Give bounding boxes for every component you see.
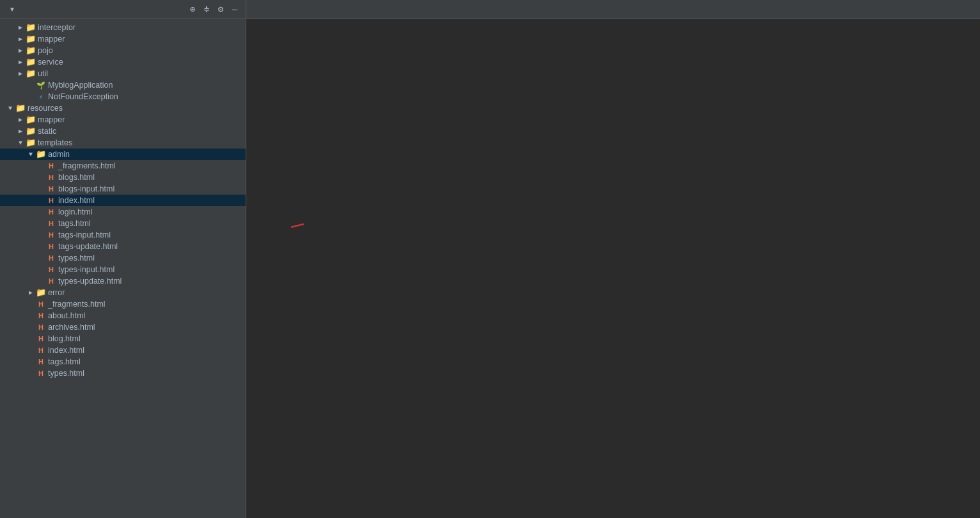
html-file-icon: H (36, 334, 46, 344)
tree-item-index2.html[interactable]: Hindex.html (0, 344, 246, 356)
html-file-icon: H (46, 264, 56, 275)
tree-item-error[interactable]: 📁error (0, 287, 246, 298)
tree-item-static[interactable]: 📁static (0, 125, 246, 137)
file-tree: 📁interceptor📁mapper📁pojo📁service📁util🌱My… (0, 19, 246, 382)
folder-arrow-closed[interactable] (15, 22, 26, 33)
folder-icon: 📁 (26, 34, 36, 44)
tree-label: tags-update.html (58, 242, 118, 251)
tree-item-types-update.html[interactable]: Htypes-update.html (0, 275, 246, 287)
tree-label: MyblogApplication (48, 81, 113, 90)
folder-arrow-open[interactable] (5, 103, 15, 113)
html-file-icon: H (46, 230, 56, 240)
html-file-icon: H (46, 172, 56, 182)
code-wrapper (291, 19, 980, 518)
folder-arrow-closed[interactable] (15, 115, 26, 125)
folder-icon: 📁 (36, 149, 46, 159)
tree-label: index.html (58, 196, 95, 205)
folder-icon: 📁 (26, 115, 36, 125)
tree-label: service (38, 58, 63, 67)
html-file-icon: H (36, 299, 46, 309)
folder-icon: 📁 (36, 287, 46, 298)
folder-arrow-closed[interactable] (15, 45, 26, 56)
tree-item-MyblogApplication[interactable]: 🌱MyblogApplication (0, 79, 246, 91)
folder-arrow-closed[interactable] (15, 69, 26, 79)
tree-label: interceptor (38, 23, 75, 32)
tree-item-pojo[interactable]: 📁pojo (0, 45, 246, 56)
main-area (246, 0, 980, 518)
folder-arrow-closed[interactable] (15, 57, 26, 67)
html-file-icon: H (46, 207, 56, 217)
tree-item-_fragments2.html[interactable]: H_fragments.html (0, 298, 246, 310)
tree-label: _fragments.html (48, 300, 106, 309)
tree-item-templates[interactable]: 📁templates (0, 137, 246, 149)
tree-item-index.html[interactable]: Hindex.html (0, 195, 246, 206)
tree-label: admin (48, 150, 70, 159)
tree-label: about.html (48, 311, 85, 320)
tree-item-interceptor[interactable]: 📁interceptor (0, 22, 246, 33)
tree-label: index.html (48, 346, 84, 355)
tree-item-about.html[interactable]: Habout.html (0, 310, 246, 321)
tree-label: _fragments.html (58, 161, 116, 170)
tree-item-blogs.html[interactable]: Hblogs.html (0, 172, 246, 183)
collapse-all-icon[interactable]: ≑ (201, 4, 212, 15)
tree-label: types-input.html (58, 265, 115, 274)
tree-item-blog.html[interactable]: Hblog.html (0, 333, 246, 344)
tree-label: templates (38, 138, 72, 147)
tree-item-tags-update.html[interactable]: Htags-update.html (0, 241, 246, 252)
tree-item-NotFoundException[interactable]: ⚡NotFoundException (0, 91, 246, 102)
sidebar-header: ▼ ⊕ ≑ ⚙ — (0, 0, 246, 19)
tree-item-util[interactable]: 📁util (0, 68, 246, 79)
folder-arrow-open[interactable] (15, 138, 26, 148)
gutter (278, 19, 291, 518)
html-file-icon: H (46, 184, 56, 194)
folder-icon: 📁 (26, 57, 36, 67)
tree-label: static (38, 127, 56, 136)
tree-label: blogs.html (58, 173, 95, 182)
tree-label: tags.html (58, 219, 91, 228)
html-file-icon: H (46, 241, 56, 252)
tab-bar (246, 0, 980, 19)
tree-label: login.html (58, 207, 93, 216)
tree-label: mapper (38, 35, 65, 44)
tree-item-resources[interactable]: 📁resources (0, 102, 246, 114)
tree-item-login.html[interactable]: Hlogin.html (0, 206, 246, 218)
tree-item-blogs-input.html[interactable]: Hblogs-input.html (0, 183, 246, 195)
tree-item-mapper2[interactable]: 📁mapper (0, 114, 246, 125)
html-file-icon: H (36, 357, 46, 367)
folder-icon: 📁 (15, 103, 26, 113)
locate-file-icon[interactable]: ⊕ (187, 4, 198, 15)
folder-icon: 📁 (26, 22, 36, 33)
tree-label: error (48, 288, 65, 297)
tree-item-admin[interactable]: 📁admin (0, 149, 246, 160)
folder-arrow-closed[interactable] (15, 126, 26, 136)
tree-item-types2.html[interactable]: Htypes.html (0, 368, 246, 379)
line-numbers (246, 19, 278, 518)
tree-item-tags2.html[interactable]: Htags.html (0, 356, 246, 368)
tree-item-tags.html[interactable]: Htags.html (0, 218, 246, 229)
folder-arrow-closed[interactable] (26, 287, 36, 298)
tree-label: tags.html (48, 357, 81, 366)
tree-item-types-input.html[interactable]: Htypes-input.html (0, 264, 246, 275)
folder-icon: 📁 (26, 126, 36, 136)
tree-label: tags-input.html (58, 231, 111, 239)
html-file-icon: H (46, 253, 56, 263)
tree-item-_fragments.html[interactable]: H_fragments.html (0, 160, 246, 172)
tree-item-types.html[interactable]: Htypes.html (0, 252, 246, 264)
folder-arrow-closed[interactable] (15, 34, 26, 44)
sidebar-dropdown-icon[interactable]: ▼ (9, 6, 15, 13)
tree-item-archives.html[interactable]: Harchives.html (0, 321, 246, 333)
hide-sidebar-icon[interactable]: — (229, 4, 241, 15)
spring-file-icon2: ⚡ (36, 92, 46, 102)
settings-icon[interactable]: ⚙ (215, 4, 226, 15)
spring-file-icon: 🌱 (36, 80, 46, 90)
tree-item-service[interactable]: 📁service (0, 56, 246, 68)
tree-label: blogs-input.html (58, 184, 115, 193)
html-file-icon: H (36, 345, 46, 355)
folder-arrow-open[interactable] (26, 149, 36, 159)
tree-label: types-update.html (58, 277, 122, 286)
folder-icon: 📁 (26, 69, 36, 79)
tree-item-tags-input.html[interactable]: Htags-input.html (0, 229, 246, 241)
tree-item-mapper[interactable]: 📁mapper (0, 33, 246, 45)
tree-label: types.html (58, 254, 95, 263)
code-content[interactable] (291, 19, 980, 518)
